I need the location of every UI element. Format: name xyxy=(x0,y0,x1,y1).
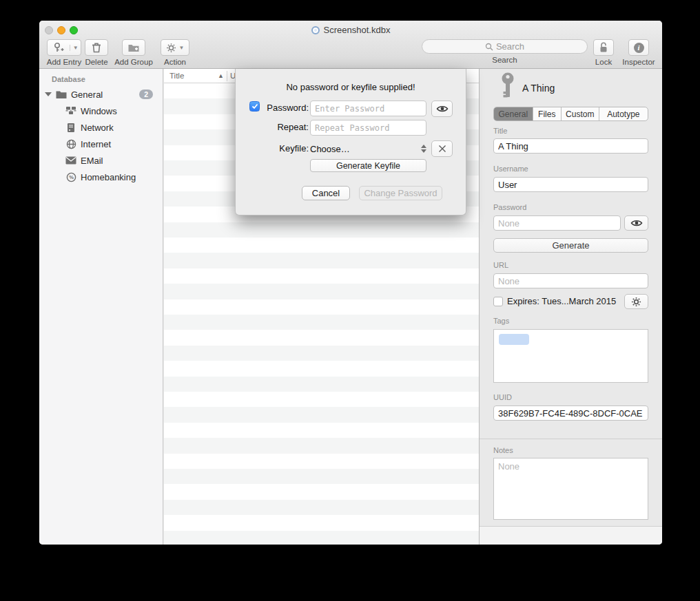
password-field[interactable] xyxy=(493,215,621,231)
tags-field[interactable] xyxy=(493,329,648,383)
change-password-button[interactable]: Change Password xyxy=(359,186,442,200)
envelope-icon xyxy=(65,155,76,166)
inspector-divider xyxy=(480,439,662,439)
title-field[interactable] xyxy=(493,138,648,154)
sidebar-item-label: EMail xyxy=(81,156,103,166)
delete-label: Delete xyxy=(82,58,111,66)
column-header-title[interactable]: Title xyxy=(164,72,218,80)
tag-token[interactable] xyxy=(499,334,529,345)
search-label: Search xyxy=(422,56,588,64)
sidebar-section-header: Database xyxy=(39,69,163,86)
windows-icon xyxy=(65,105,76,116)
keyfile-popup-value: Choose… xyxy=(310,144,350,154)
globe-icon xyxy=(65,138,76,149)
username-field[interactable] xyxy=(493,177,648,192)
eye-icon xyxy=(630,219,643,227)
expires-checkbox[interactable] xyxy=(493,297,503,306)
reveal-password-button[interactable] xyxy=(431,101,453,117)
column-divider[interactable] xyxy=(227,71,227,81)
expires-settings-button[interactable] xyxy=(624,294,648,309)
toolbar-search: Search Search xyxy=(422,39,588,64)
folder-plus-icon xyxy=(127,43,140,53)
sidebar: Database General 2 Windows Network xyxy=(39,69,163,545)
trash-icon xyxy=(92,42,101,53)
uuid-field[interactable] xyxy=(493,405,648,421)
toolbar-add-entry: ▼ Add Entry xyxy=(45,39,83,66)
clear-keyfile-button[interactable] xyxy=(431,140,453,157)
server-icon xyxy=(65,122,76,133)
window-title-area: Screenshot.kdbx xyxy=(39,25,662,35)
eye-icon xyxy=(436,105,449,113)
search-icon xyxy=(485,43,493,51)
window-title: Screenshot.kdbx xyxy=(324,25,391,35)
toolbar-add-group: Add Group xyxy=(113,39,154,66)
sidebar-item-label: General xyxy=(71,89,103,100)
notes-label: Notes xyxy=(493,446,513,454)
sidebar-item-email[interactable]: EMail xyxy=(39,152,163,169)
inspector-label: Inspector xyxy=(620,58,657,66)
add-entry-button[interactable]: ▼ xyxy=(47,39,81,56)
sidebar-item-network[interactable]: Network xyxy=(39,119,163,136)
username-field-label: Username xyxy=(493,165,528,173)
entry-count-badge: 2 xyxy=(139,89,153,99)
tab-autotype[interactable]: Autotype xyxy=(599,107,648,120)
repeat-password-input[interactable] xyxy=(310,120,426,136)
tab-custom[interactable]: Custom xyxy=(562,107,599,120)
title-field-label: Title xyxy=(493,127,507,135)
sidebar-item-label: Windows xyxy=(81,106,117,116)
gear-icon xyxy=(166,43,176,53)
sort-ascending-icon[interactable]: ▲ xyxy=(218,72,224,79)
toolbar-inspector: i Inspector xyxy=(620,39,657,66)
app-window: Screenshot.kdbx ▼ Add Entry Delete Ad xyxy=(39,21,662,545)
sidebar-item-label: Network xyxy=(81,123,114,133)
add-group-button[interactable] xyxy=(122,39,145,56)
keyfile-popup[interactable]: Choose… xyxy=(310,141,426,156)
dialog-keyfile-label: Keyfile: xyxy=(249,143,309,154)
dialog-repeat-label: Repeat: xyxy=(249,122,309,132)
sidebar-item-label: Internet xyxy=(81,139,111,149)
inspector-footer xyxy=(480,527,662,545)
uuid-label: UUID xyxy=(493,393,512,401)
inspector-tabs: General Files Custom Autotype xyxy=(493,107,648,121)
tab-general[interactable]: General xyxy=(494,107,533,120)
add-group-label: Add Group xyxy=(113,58,154,66)
url-field-label: URL xyxy=(493,261,508,269)
notes-field[interactable] xyxy=(493,458,648,520)
sidebar-item-label: Homebanking xyxy=(81,172,136,182)
sheet-message: No password or keyfile supplied! xyxy=(236,82,466,92)
toolbar-delete: Delete xyxy=(82,39,111,66)
generate-password-button[interactable]: Generate xyxy=(493,238,648,253)
change-password-sheet: No password or keyfile supplied! Passwor… xyxy=(235,69,466,215)
tags-label: Tags xyxy=(493,317,509,325)
show-password-button[interactable] xyxy=(624,215,648,231)
gear-icon xyxy=(631,297,641,307)
disclosure-triangle-icon[interactable] xyxy=(45,92,52,96)
delete-button[interactable] xyxy=(85,39,108,56)
enter-password-input[interactable] xyxy=(310,101,426,116)
action-button[interactable]: ▼ xyxy=(161,39,189,56)
action-chevron-icon: ▼ xyxy=(179,45,185,51)
sidebar-item-general[interactable]: General 2 xyxy=(39,86,163,103)
search-input[interactable]: Search xyxy=(422,39,588,54)
folder-icon xyxy=(56,89,67,100)
cancel-button[interactable]: Cancel xyxy=(302,186,350,200)
password-field-label: Password xyxy=(493,203,526,211)
url-field[interactable] xyxy=(493,273,648,288)
document-proxy-icon[interactable] xyxy=(311,26,320,34)
expires-row: Expires: Tues...March 2015 xyxy=(493,296,616,306)
popup-stepper-icon xyxy=(421,145,426,153)
generate-keyfile-button[interactable]: Generate Keyfile xyxy=(310,159,426,172)
lock-button[interactable] xyxy=(593,39,614,56)
sidebar-item-windows[interactable]: Windows xyxy=(39,103,163,119)
sidebar-item-internet[interactable]: Internet xyxy=(39,136,163,152)
close-x-icon xyxy=(438,145,446,153)
tab-files[interactable]: Files xyxy=(533,107,562,120)
search-placeholder: Search xyxy=(496,41,524,52)
expires-label: Expires: Tues...March 2015 xyxy=(507,296,616,306)
dialog-password-label: Password: xyxy=(249,103,309,113)
add-entry-dropdown-arrow-icon[interactable]: ▼ xyxy=(70,45,81,51)
inspector-button[interactable]: i xyxy=(628,39,649,56)
svg-text:%: % xyxy=(69,174,74,180)
sidebar-item-homebanking[interactable]: % Homebanking xyxy=(39,169,163,185)
action-label: Action xyxy=(158,58,192,66)
